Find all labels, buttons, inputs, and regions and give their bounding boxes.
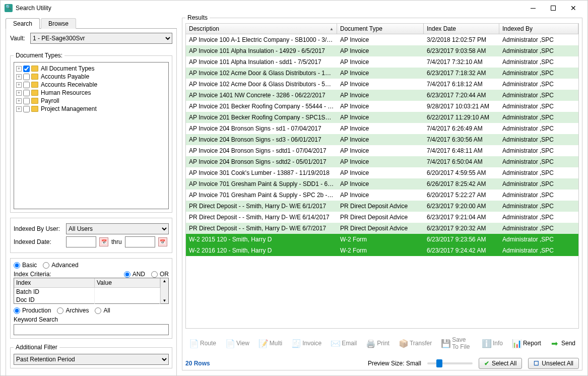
result-row[interactable]: AP Invoice 1401 NW Concrete - 3286 - 06/… — [186, 90, 578, 101]
email-button[interactable]: ✉️Email — [327, 336, 360, 351]
expand-icon[interactable]: + — [16, 106, 22, 112]
result-row[interactable]: AP Invoice 301 Cook's Lumber - 13887 - 1… — [186, 167, 578, 178]
result-row[interactable]: W-2 2015 120 - Smith, Harry DW-2 Form6/2… — [186, 234, 578, 245]
report-button[interactable]: 📊Report — [508, 336, 545, 351]
date-to-picker-icon[interactable]: 📅 — [158, 237, 167, 246]
date-from-picker-icon[interactable]: 📅 — [99, 237, 108, 246]
save-icon: 💾 — [441, 339, 450, 348]
results-legend: Results — [185, 14, 210, 21]
criteria-row[interactable]: Doc ID — [14, 296, 95, 304]
source-production[interactable]: Production — [14, 307, 51, 314]
result-row[interactable]: AP Invoice 102 Acme Door & Glass Distrib… — [186, 79, 578, 90]
invoice-button[interactable]: 🧾Invoice — [288, 336, 325, 351]
info-button[interactable]: ℹ️Info — [478, 336, 506, 351]
tree-item[interactable]: + Accounts Receivable — [16, 81, 166, 89]
tree-label: Accounts Receivable — [41, 81, 97, 88]
result-row[interactable]: AP Invoice 201 Becker Roofing Company - … — [186, 101, 578, 112]
maximize-button[interactable] — [543, 1, 563, 15]
indexed-date-label: Indexed Date: — [14, 238, 63, 245]
tree-checkbox[interactable] — [23, 106, 30, 112]
multi-button[interactable]: 📝Multi — [255, 336, 286, 351]
scroll-down-icon: ▼ — [163, 298, 167, 303]
route-button[interactable]: 📄Route — [185, 336, 220, 351]
criteria-or[interactable]: OR — [151, 271, 169, 278]
send-icon: ➡ — [550, 339, 559, 348]
source-archives[interactable]: Archives — [57, 307, 89, 314]
result-row[interactable]: PR Direct Deposit - - Smith, Harry D- W/… — [186, 223, 578, 234]
index-criteria-table[interactable]: Index Value Batch ID Doc ID ▲ ▼ — [14, 278, 169, 304]
print-button[interactable]: 🖨️Print — [362, 336, 393, 351]
result-row[interactable]: AP Invoice 204 Bronson Signs - sdtd1 - 0… — [186, 145, 578, 156]
result-row[interactable]: AP Invoice 204 Bronson Signs - sdtd2 - 0… — [186, 156, 578, 167]
col-indexdate[interactable]: Index Date — [424, 24, 499, 34]
result-row[interactable]: AP Invoice 204 Bronson Signs - sd3 - 06/… — [186, 134, 578, 145]
tree-label: Accounts Payable — [41, 73, 89, 80]
row-count: 20 Rows — [185, 360, 210, 367]
tree-checkbox[interactable] — [23, 90, 30, 96]
transfer-button[interactable]: 📦Transfer — [395, 336, 435, 351]
tree-item[interactable]: + Payroll — [16, 97, 166, 105]
thru-label: thru — [111, 238, 122, 245]
indexed-by-select[interactable]: All Users — [66, 223, 169, 234]
tree-checkbox[interactable] — [23, 74, 30, 80]
tree-checkbox[interactable] — [23, 66, 30, 72]
col-value[interactable]: Value — [95, 278, 160, 287]
print-icon: 🖨️ — [366, 339, 375, 348]
unselect-all-button[interactable]: ☐Unselect All — [528, 358, 579, 369]
mode-advanced[interactable]: Advanced — [43, 262, 78, 269]
filter-label: Additional Filter — [14, 344, 59, 351]
window-title: Search Utility — [16, 5, 523, 12]
criteria-row[interactable]: Batch ID — [14, 288, 95, 296]
criteria-and[interactable]: AND — [124, 271, 145, 278]
tree-item[interactable]: + Project Management — [16, 105, 166, 113]
status-bar: 20 Rows Preview Size: Small ✔Select All … — [182, 355, 582, 370]
result-row[interactable]: PR Direct Deposit - - Smith, Harry D- W/… — [186, 201, 578, 212]
tree-item[interactable]: + All Document Types — [16, 65, 166, 73]
date-to-input[interactable] — [125, 236, 155, 247]
mode-basic[interactable]: Basic — [14, 262, 37, 269]
date-from-input[interactable] — [66, 236, 96, 247]
result-row[interactable]: AP Invoice 701 Gresham Paint & Supply - … — [186, 178, 578, 190]
tree-checkbox[interactable] — [23, 82, 30, 88]
tree-checkbox[interactable] — [23, 98, 30, 104]
filter-select[interactable]: Past Retention Period — [14, 354, 169, 365]
expand-icon[interactable]: + — [16, 74, 22, 80]
close-button[interactable]: ✕ — [563, 1, 583, 15]
keyword-input[interactable] — [14, 324, 169, 335]
col-description[interactable]: Description▲ — [186, 24, 337, 34]
view-button[interactable]: 📄View — [222, 336, 253, 351]
result-row[interactable]: AP Invoice 101 Alpha Insulation - 14929 … — [186, 45, 578, 56]
col-doctype[interactable]: Document Type — [337, 24, 424, 34]
check-icon: ✔ — [484, 360, 489, 367]
tree-item[interactable]: + Accounts Payable — [16, 73, 166, 81]
expand-icon[interactable]: + — [16, 98, 22, 104]
col-index[interactable]: Index — [14, 278, 95, 287]
minimize-button[interactable] — [523, 1, 543, 15]
tree-item[interactable]: + Human Resources — [16, 89, 166, 97]
result-row[interactable]: AP Invoice 201 Becker Roofing Company - … — [186, 112, 578, 123]
tree-label: Payroll — [41, 97, 59, 104]
result-row[interactable]: AP Invoice 100 A-1 Electric Company - SB… — [186, 34, 578, 45]
tab-search[interactable]: Search — [6, 18, 40, 29]
route-icon: 📄 — [189, 339, 198, 348]
criteria-scrollbar[interactable]: ▲ ▼ — [160, 278, 168, 303]
result-row[interactable]: PR Direct Deposit - - Smith, Harry D- W/… — [186, 212, 578, 223]
send-button[interactable]: ➡Send — [547, 336, 579, 351]
tab-browse[interactable]: Browse — [41, 18, 76, 29]
expand-icon[interactable]: + — [16, 82, 22, 88]
result-row[interactable]: W-2 2016 120 - Smith, Harry DW-2 Form6/2… — [186, 245, 578, 256]
expand-icon[interactable]: + — [16, 66, 22, 72]
savefile-button[interactable]: 💾Save To File — [437, 334, 476, 353]
doctypes-tree[interactable]: + All Document Types+ Accounts Payable+ … — [14, 62, 169, 209]
expand-icon[interactable]: + — [16, 90, 22, 96]
result-row[interactable]: AP Invoice 101 Alpha Insulation - sdd1 -… — [186, 56, 578, 68]
col-indexedby[interactable]: Indexed By — [499, 24, 578, 34]
folder-icon — [31, 82, 38, 88]
result-row[interactable]: AP Invoice 204 Bronson Signs - sd1 - 07/… — [186, 123, 578, 134]
select-all-button[interactable]: ✔Select All — [479, 358, 522, 369]
preview-size-slider[interactable] — [427, 362, 473, 364]
result-row[interactable]: AP Invoice 102 Acme Door & Glass Distrib… — [186, 68, 578, 79]
vault-select[interactable]: 1 - PE-Sage300Svr — [30, 33, 172, 44]
result-row[interactable]: AP Invoice 701 Gresham Paint & Supply - … — [186, 190, 578, 201]
source-all[interactable]: All — [95, 307, 110, 314]
